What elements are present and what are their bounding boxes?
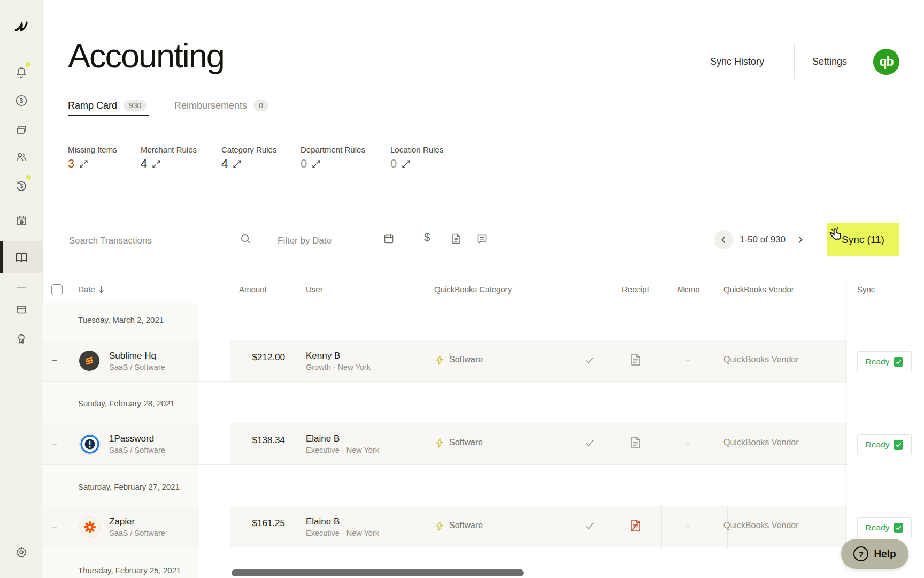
- user-name: Kenny B: [306, 351, 340, 361]
- receipt-filter-icon[interactable]: [450, 232, 463, 245]
- memo-value: –: [681, 521, 694, 530]
- accounting-book-icon[interactable]: [0, 247, 42, 268]
- tab-ramp-card-label: Ramp Card: [68, 100, 117, 111]
- stat-missing-items-label: Missing Items: [68, 145, 117, 154]
- quickbooks-category-value[interactable]: Software: [449, 438, 483, 447]
- tab-ramp-card[interactable]: Ramp Card 930: [68, 100, 147, 111]
- date-group-header: Thursday, February 25, 2021: [78, 566, 181, 575]
- quickbooks-vendor-value[interactable]: QuickBooks Vendor: [723, 521, 799, 530]
- svg-text:$: $: [20, 182, 23, 189]
- stat-category-rules-number: 4: [221, 157, 228, 171]
- select-all-checkbox[interactable]: [51, 284, 63, 295]
- settings-gear-icon[interactable]: [0, 542, 42, 563]
- user-name: Elaine B: [306, 516, 340, 527]
- notifications-bell-icon[interactable]: [0, 62, 42, 83]
- pagination-prev-button[interactable]: [714, 230, 733, 249]
- expand-arrows-icon[interactable]: [402, 159, 411, 169]
- stat-department-rules-label: Department Rules: [301, 145, 365, 154]
- receipt-icon[interactable]: [630, 436, 641, 449]
- stat-merchant-rules-value: 4: [141, 157, 161, 171]
- stat-location-rules-number: 0: [390, 157, 397, 171]
- help-button-label: Help: [874, 548, 896, 560]
- bank-card-icon[interactable]: [0, 299, 42, 320]
- pagination-next-button[interactable]: [791, 230, 810, 249]
- merchant-category: SaaS / Software: [109, 446, 165, 454]
- people-icon[interactable]: [0, 146, 42, 168]
- sync-ready-badge[interactable]: Ready: [857, 517, 912, 538]
- ramp-logo-icon[interactable]: [0, 15, 42, 36]
- column-header-category-label: QuickBooks Category: [434, 285, 512, 294]
- quickbooks-vendor-value[interactable]: QuickBooks Vendor: [723, 438, 799, 447]
- row-divider: [42, 464, 924, 465]
- row-divider: [42, 547, 924, 547]
- date-filter-input[interactable]: [276, 231, 375, 250]
- sync-button-label: Sync (11): [842, 234, 884, 246]
- rewards-award-icon[interactable]: [0, 328, 42, 349]
- merchant-logo-sublime: [79, 351, 99, 371]
- column-header-user[interactable]: User: [306, 285, 323, 294]
- receipt-icon[interactable]: [630, 353, 641, 366]
- user-detail: Growth · New York: [306, 363, 371, 371]
- tab-reimbursements-count: 0: [253, 100, 268, 111]
- merchant-name[interactable]: Zapier: [109, 516, 135, 527]
- column-header-vendor-label: QuickBooks Vendor: [723, 285, 794, 294]
- row-divider: [42, 340, 924, 340]
- horizontal-scrollbar[interactable]: [232, 569, 524, 576]
- accounting-page: $ $: [0, 0, 924, 578]
- row-collapse-toggle[interactable]: –: [49, 522, 60, 531]
- column-header-date-label: Date: [78, 285, 95, 294]
- merchant-name[interactable]: Sublime Hq: [109, 351, 156, 361]
- date-group-header: Tuesday, March 2, 2021: [78, 315, 164, 324]
- row-divider: [42, 423, 924, 423]
- column-header-receipt-label: Receipt: [622, 285, 649, 294]
- settings-button[interactable]: Settings: [794, 44, 865, 79]
- stat-department-rules-number: 0: [301, 157, 307, 171]
- auto-categorized-bolt-icon: [434, 355, 445, 366]
- auto-categorized-bolt-icon: [434, 438, 445, 448]
- merchant-category: SaaS / Software: [109, 363, 165, 371]
- column-header-date[interactable]: Date: [78, 285, 105, 294]
- scheduled-calendar-icon[interactable]: [0, 210, 42, 231]
- transactions-refresh-icon[interactable]: $: [0, 175, 42, 196]
- expand-arrows-icon[interactable]: [79, 159, 88, 169]
- sync-ready-badge[interactable]: Ready: [857, 351, 912, 372]
- row-collapse-toggle[interactable]: –: [49, 355, 60, 365]
- column-header-receipt[interactable]: Receipt: [622, 285, 649, 294]
- sync-status-label: Ready: [866, 440, 890, 450]
- expand-arrows-icon[interactable]: [312, 159, 321, 169]
- help-button[interactable]: ? Help: [841, 539, 908, 569]
- pagination-range: 1-50 of 930: [738, 234, 787, 245]
- transaction-amount: $161.25: [221, 518, 285, 529]
- quickbooks-category-value[interactable]: Software: [449, 355, 483, 364]
- column-header-vendor[interactable]: QuickBooks Vendor: [723, 285, 794, 294]
- cards-icon[interactable]: [0, 119, 42, 141]
- expand-arrows-icon[interactable]: [152, 159, 161, 169]
- quickbooks-vendor-value[interactable]: QuickBooks Vendor: [723, 355, 799, 364]
- memo-filter-icon[interactable]: [475, 232, 488, 245]
- user-detail: Executive · New York: [306, 446, 379, 454]
- receipt-missing-icon[interactable]: [630, 519, 641, 532]
- amount-filter-icon[interactable]: $: [424, 231, 430, 244]
- column-header-category[interactable]: QuickBooks Category: [434, 285, 512, 294]
- ready-check-icon: [894, 357, 903, 367]
- sync-status-label: Ready: [866, 523, 890, 533]
- sync-history-button[interactable]: Sync History: [692, 44, 782, 79]
- column-header-sync[interactable]: Sync: [857, 285, 875, 294]
- expand-arrows-icon[interactable]: [233, 159, 242, 169]
- balance-dollar-icon[interactable]: $: [0, 90, 42, 111]
- notification-dot: [26, 62, 30, 67]
- tab-reimbursements[interactable]: Reimbursements 0: [174, 100, 268, 111]
- help-question-icon: ?: [853, 546, 868, 561]
- quickbooks-category-value[interactable]: Software: [449, 521, 483, 530]
- row-collapse-toggle[interactable]: –: [49, 439, 60, 448]
- sync-ready-badge[interactable]: Ready: [857, 434, 912, 455]
- sidebar-divider: [0, 277, 42, 299]
- column-header-user-label: User: [306, 285, 323, 294]
- column-header-amount[interactable]: Amount: [239, 285, 267, 294]
- quickbooks-logo: qb: [873, 49, 899, 75]
- merchant-name[interactable]: 1Password: [109, 434, 154, 444]
- column-header-memo[interactable]: Memo: [677, 285, 700, 294]
- date-group-header: Saturday, February 27, 2021: [78, 482, 180, 491]
- stat-category-rules-label: Category Rules: [221, 145, 276, 154]
- search-input[interactable]: [68, 231, 230, 250]
